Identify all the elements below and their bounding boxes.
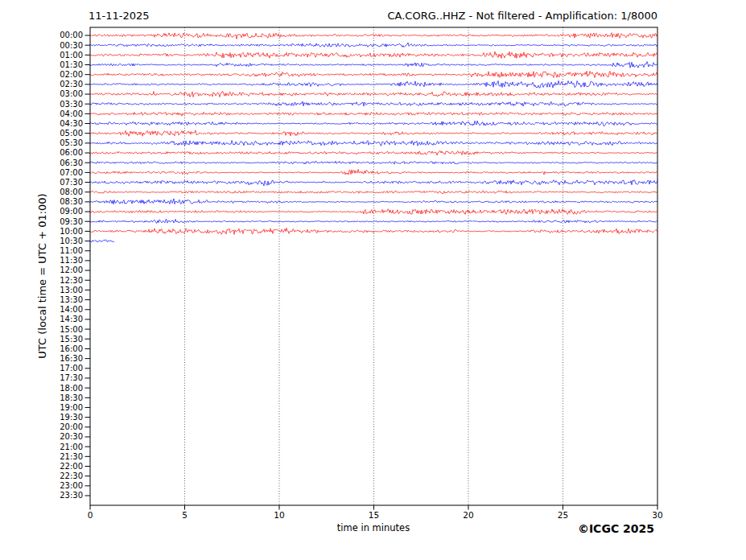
y-tick-label: 04:30 [60, 119, 83, 128]
trace-row-0100 [90, 51, 657, 58]
y-tick-label: 07:00 [60, 168, 83, 177]
trace-row-0930 [90, 219, 657, 223]
helicorder-page: 11-11-2025 CA.CORG..HHZ - Not filtered -… [0, 0, 746, 560]
trace-row-0830 [90, 199, 657, 204]
x-tick-label: 20 [463, 510, 473, 520]
y-tick-label: 01:00 [60, 51, 83, 60]
y-tick-label: 02:30 [60, 80, 83, 89]
y-tick-label: 13:00 [60, 286, 83, 294]
trace-row-0900 [90, 209, 657, 215]
y-tick-label: 18:00 [60, 384, 83, 393]
y-tick-label: 21:00 [60, 443, 83, 451]
trace-row-0130 [90, 62, 657, 68]
y-tick-label: 03:30 [60, 100, 83, 109]
y-tick-label: 15:30 [60, 335, 83, 344]
y-tick-label: 05:00 [60, 129, 83, 138]
y-tick-label: 00:30 [60, 41, 83, 50]
y-tick-label: 17:30 [60, 373, 83, 382]
y-tick-label: 17:00 [60, 364, 83, 373]
y-tick-label: 06:00 [60, 148, 83, 157]
y-tick-label: 02:00 [60, 70, 83, 79]
y-tick-label: 19:30 [60, 413, 83, 422]
helicorder-plot: 05101520253000:0000:3001:0001:3002:0002:… [0, 0, 746, 560]
y-tick-label: 10:30 [60, 237, 83, 245]
y-tick-label: 06:30 [60, 159, 83, 167]
plot-frame [90, 27, 657, 505]
trace-row-1030 [90, 240, 114, 242]
y-tick-label: 11:00 [60, 246, 83, 255]
y-tick-label: 11:30 [60, 256, 83, 265]
y-tick-label: 20:30 [60, 432, 83, 441]
y-tick-label: 22:00 [60, 462, 83, 471]
y-tick-label: 03:00 [60, 89, 83, 98]
y-tick-label: 23:00 [60, 481, 83, 490]
y-tick-label: 14:00 [60, 305, 83, 314]
x-tick-label: 5 [182, 510, 188, 520]
x-axis-label: time in minutes [337, 522, 410, 533]
trace-row-0500 [90, 130, 657, 136]
y-tick-label: 08:00 [60, 187, 83, 196]
y-tick-label: 18:30 [60, 393, 83, 402]
x-tick-label: 15 [369, 510, 379, 520]
y-tick-label: 01:30 [60, 60, 83, 69]
y-tick-label: 00:00 [60, 31, 83, 39]
y-tick-label: 19:00 [60, 403, 83, 412]
y-tick-label: 09:00 [60, 207, 83, 216]
y-tick-label: 14:30 [60, 315, 83, 323]
y-tick-label: 23:30 [60, 491, 83, 500]
x-tick-label: 0 [88, 510, 93, 520]
x-tick-label: 25 [558, 510, 568, 520]
x-tick-label: 10 [274, 510, 284, 520]
y-tick-label: 04:00 [60, 109, 83, 118]
y-tick-label: 16:00 [60, 344, 83, 353]
y-tick-label: 16:30 [60, 354, 83, 363]
y-tick-label: 22:30 [60, 471, 83, 480]
y-tick-label: 10:00 [60, 227, 83, 236]
copyright-text: ©ICGC 2025 [578, 522, 654, 535]
trace-row-0800 [90, 191, 657, 193]
x-tick-label: 30 [652, 510, 662, 520]
y-tick-label: 08:30 [60, 197, 83, 206]
y-tick-label: 21:30 [60, 452, 83, 461]
y-tick-label: 09:30 [60, 217, 83, 226]
y-tick-label: 15:00 [60, 325, 83, 334]
y-tick-label: 05:30 [60, 138, 83, 147]
y-tick-label: 07:30 [60, 178, 83, 187]
y-tick-label: 20:00 [60, 422, 83, 431]
y-tick-label: 12:00 [60, 266, 83, 274]
y-tick-label: 13:30 [60, 295, 83, 304]
y-tick-label: 12:30 [60, 276, 83, 285]
